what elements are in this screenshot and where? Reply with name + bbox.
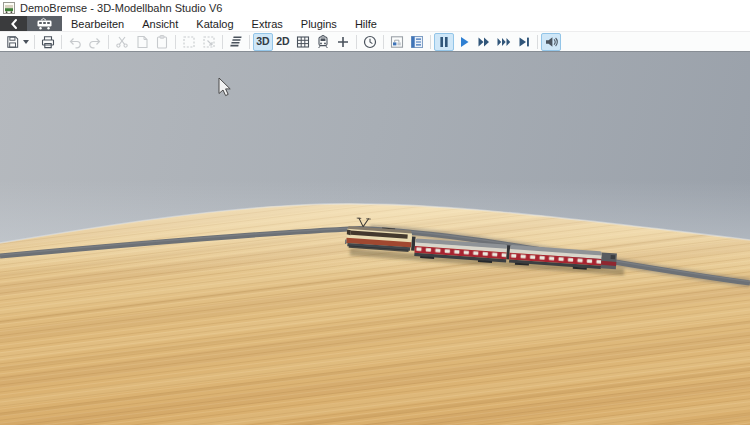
clock-icon: [362, 34, 378, 50]
dashed-rect-icon: [181, 34, 197, 50]
skip-end-icon: [516, 34, 532, 50]
window-structure-icon: [389, 34, 405, 50]
list-panel-icon: [409, 34, 425, 50]
menu-item-hilfe[interactable]: Hilfe: [346, 16, 386, 31]
menu-bar: Bearbeiten Ansicht Katalog Extras Plugin…: [0, 16, 750, 32]
grid-icon: [295, 34, 311, 50]
locomotive-icon: [35, 17, 54, 31]
menu-item-ansicht[interactable]: Ansicht: [133, 16, 187, 31]
save-dropdown-caret[interactable]: [23, 40, 29, 44]
layers-icon: [228, 34, 244, 50]
toolbar-separator: [383, 35, 384, 49]
vehicle-button[interactable]: [313, 33, 333, 51]
plus-icon: [335, 34, 351, 50]
view-3d-button[interactable]: 3D: [253, 33, 273, 51]
event-list-button[interactable]: [407, 33, 427, 51]
play-icon: [456, 34, 472, 50]
toolbar-separator: [430, 35, 431, 49]
fastest-forward-button[interactable]: [494, 33, 514, 51]
clipboard-icon: [154, 34, 170, 50]
menu-item-bearbeiten[interactable]: Bearbeiten: [62, 16, 133, 31]
save-button[interactable]: [3, 33, 31, 51]
redo-arrow-icon: [87, 34, 103, 50]
undo-button: [65, 33, 85, 51]
window-title: DemoBremse - 3D-Modellbahn Studio V6: [20, 2, 222, 14]
train-menu-button[interactable]: [27, 16, 62, 31]
chevron-left-icon: [9, 18, 19, 30]
pause-button[interactable]: [434, 33, 454, 51]
add-button[interactable]: [333, 33, 353, 51]
app-icon: [3, 2, 15, 14]
toolbar-separator: [537, 35, 538, 49]
speaker-icon: [543, 34, 559, 50]
fast-forward-icon: [476, 34, 492, 50]
structure-button[interactable]: [387, 33, 407, 51]
grid-button[interactable]: [293, 33, 313, 51]
pause-icon: [436, 34, 452, 50]
toolbar-separator: [34, 35, 35, 49]
title-bar: DemoBremse - 3D-Modellbahn Studio V6: [0, 0, 750, 16]
play-button[interactable]: [454, 33, 474, 51]
app-window: DemoBremse - 3D-Modellbahn Studio V6 Bea…: [0, 0, 750, 425]
triple-forward-icon: [496, 34, 512, 50]
floppy-icon: [5, 34, 20, 50]
back-button[interactable]: [0, 16, 27, 31]
printer-icon: [40, 34, 56, 50]
dashed-rect-arrow-icon: [201, 34, 217, 50]
menu-item-plugins[interactable]: Plugins: [292, 16, 346, 31]
sound-button[interactable]: [541, 33, 561, 51]
toolbar-separator: [222, 35, 223, 49]
toolbar-separator: [249, 35, 250, 49]
viewport-3d[interactable]: [0, 52, 750, 425]
toolbar-separator: [61, 35, 62, 49]
cut-button: [112, 33, 132, 51]
scene-3d[interactable]: [0, 52, 750, 425]
scissors-icon: [114, 34, 130, 50]
skip-end-button[interactable]: [514, 33, 534, 51]
timer-button[interactable]: [360, 33, 380, 51]
toolbar-separator: [175, 35, 176, 49]
menu-item-extras[interactable]: Extras: [243, 16, 292, 31]
menu-item-katalog[interactable]: Katalog: [187, 16, 242, 31]
toolbar-separator: [356, 35, 357, 49]
layer-list-button[interactable]: [226, 33, 246, 51]
view-3d-label: 3D: [256, 36, 269, 47]
toolbar: 3D 2D: [0, 32, 750, 52]
toolbar-separator: [108, 35, 109, 49]
page-icon: [134, 34, 150, 50]
paste-button: [152, 33, 172, 51]
view-2d-button[interactable]: 2D: [273, 33, 293, 51]
view-2d-label: 2D: [276, 36, 289, 47]
redo-button: [85, 33, 105, 51]
print-button[interactable]: [38, 33, 58, 51]
fast-forward-button[interactable]: [474, 33, 494, 51]
select-area-button: [179, 33, 199, 51]
train-front-icon: [315, 34, 331, 50]
move-selection-button: [199, 33, 219, 51]
duplicate-button: [132, 33, 152, 51]
undo-arrow-icon: [67, 34, 83, 50]
